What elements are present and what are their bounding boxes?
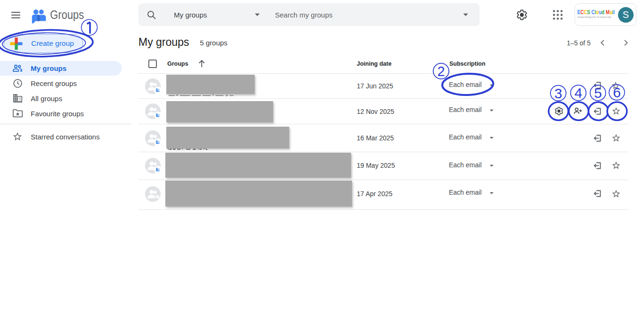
svg-text:2: 2 <box>437 64 445 79</box>
svg-text:3: 3 <box>554 86 562 101</box>
